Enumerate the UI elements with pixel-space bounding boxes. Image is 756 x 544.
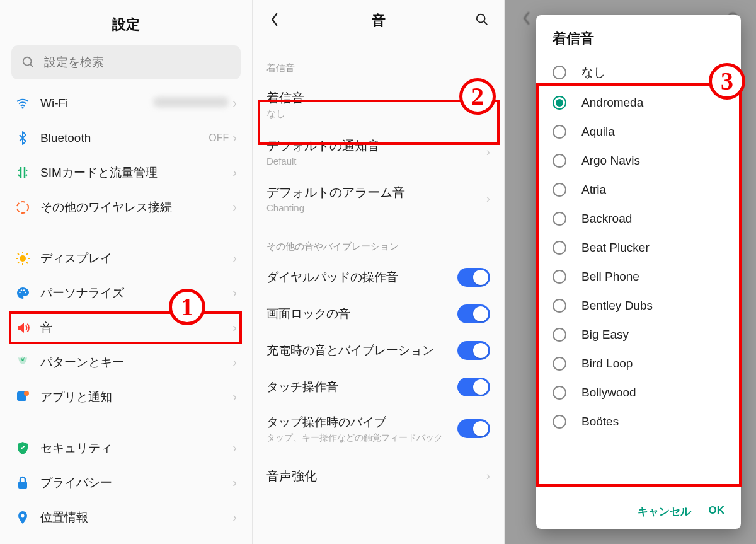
settings-item-personalize[interactable]: パーソナライズ› (0, 275, 252, 310)
ringtone-option[interactable]: Atria (536, 175, 741, 204)
option-label: Aquila (581, 125, 615, 139)
settings-item-location[interactable]: 位置情報› (0, 500, 252, 535)
item-label: パターンとキー (40, 354, 232, 371)
settings-item-security[interactable]: セキュリティ› (0, 431, 252, 465)
sound-row-0[interactable]: 着信音 なし › (253, 81, 504, 129)
ok-button[interactable]: OK (709, 504, 725, 519)
option-label: Beat Plucker (581, 241, 650, 255)
ringtone-option[interactable]: Argo Navis (536, 146, 741, 175)
item-label: セキュリティ (40, 440, 232, 456)
wireless-icon (15, 200, 40, 215)
toggle-row-0: ダイヤルパッドの操作音 (253, 259, 504, 296)
option-label: なし (581, 64, 605, 81)
toggle-switch[interactable] (457, 341, 490, 360)
option-label: Bird Loop (581, 357, 633, 371)
ringtone-option[interactable]: Andromeda (536, 88, 741, 117)
toggle-row-3: タッチ操作音 (253, 369, 504, 405)
settings-item-wireless[interactable]: その他のワイヤレス接続› (0, 190, 252, 224)
item-label: その他のワイヤレス接続 (40, 199, 229, 216)
option-label: Argo Navis (581, 154, 640, 168)
toggle-title: ダイヤルパッドの操作音 (266, 269, 450, 286)
sound-row-1[interactable]: デフォルトの通知音 Default › (253, 129, 504, 175)
toggle-row-4: タップ操作時のバイブタップ、キー操作などの触覚フィードバック (253, 405, 504, 453)
radio-icon (553, 154, 566, 168)
ringtone-option[interactable]: Boötes (536, 407, 741, 436)
toggle-switch[interactable] (457, 378, 490, 396)
row-subtitle: Default (266, 156, 490, 166)
ringtone-option[interactable]: Aquila (536, 117, 741, 146)
row-title: デフォルトの通知音 (266, 137, 490, 154)
section-header-ringtone: 着信音 (253, 43, 504, 81)
radio-icon (553, 328, 566, 342)
chevron-left-icon (270, 13, 279, 26)
item-label: Bluetooth (40, 131, 209, 145)
location-icon (15, 510, 40, 525)
settings-item-privacy[interactable]: プライバシー› (0, 465, 252, 500)
settings-item-pattern[interactable]: パターンとキー› (0, 345, 252, 379)
row-subtitle: Chanting (266, 202, 490, 213)
ringtone-option[interactable]: なし (536, 57, 741, 88)
chevron-right-icon: › (232, 200, 237, 214)
ringtone-option[interactable]: Big Easy (536, 320, 741, 349)
chevron-right-icon: › (232, 96, 237, 110)
ringtone-option[interactable]: Bentley Dubs (536, 291, 741, 320)
search-input[interactable]: 設定を検索 (11, 45, 241, 79)
toggle-title: タップ操作時のバイブ (266, 414, 450, 431)
ringtone-option[interactable]: Beat Plucker (536, 233, 741, 262)
ringtone-option[interactable]: Bollywood (536, 378, 741, 407)
settings-item-sound[interactable]: 音› (0, 310, 252, 345)
pattern-icon (15, 355, 40, 370)
svg-point-15 (23, 289, 25, 291)
row-title: デフォルトのアラーム音 (266, 184, 490, 201)
option-label: Andromeda (581, 96, 643, 110)
item-label: パーソナライズ (40, 285, 232, 301)
svg-line-12 (18, 262, 19, 263)
cancel-button[interactable]: キャンセル (638, 504, 691, 519)
ringtone-option-list: なし Andromeda Aquila Argo Navis Atria Bac… (536, 57, 741, 497)
toggle-switch[interactable] (457, 268, 490, 287)
radio-icon (553, 270, 566, 284)
option-label: Atria (581, 183, 606, 197)
svg-point-14 (21, 289, 23, 291)
ringtone-dialog-panel: 着信音 なし Andromeda Aquila Argo Navis Atria… (504, 0, 756, 544)
svg-point-16 (25, 291, 26, 293)
search-placeholder: 設定を検索 (44, 54, 104, 71)
radio-icon (553, 96, 566, 110)
row-voice-enhance[interactable]: 音声強化 › (253, 459, 504, 494)
sim-icon (15, 165, 40, 180)
settings-item-wifi[interactable]: Wi-Fi› (0, 86, 252, 120)
search-button[interactable] (472, 13, 491, 29)
sound-icon (15, 320, 40, 335)
settings-item-bluetooth[interactable]: BluetoothOFF› (0, 120, 252, 155)
svg-rect-19 (18, 482, 27, 489)
toggle-switch[interactable] (457, 419, 490, 438)
radio-icon (553, 241, 566, 255)
item-label: プライバシー (40, 475, 232, 491)
svg-point-0 (23, 57, 32, 66)
svg-line-22 (484, 21, 488, 25)
chevron-right-icon: › (232, 165, 237, 180)
ringtone-option[interactable]: Bell Phone (536, 262, 741, 291)
radio-icon (553, 183, 566, 197)
option-label: Backroad (581, 212, 632, 226)
svg-point-3 (17, 202, 28, 213)
personalize-icon (15, 286, 40, 301)
chevron-right-icon: › (232, 441, 237, 455)
ringtone-option[interactable]: Bird Loop (536, 349, 741, 378)
chevron-right-icon: › (232, 320, 237, 335)
svg-point-2 (21, 107, 23, 108)
radio-icon (553, 66, 566, 79)
chevron-right-icon: › (232, 286, 237, 300)
settings-item-sim[interactable]: SIMカードと流量管理› (0, 155, 252, 190)
settings-item-display[interactable]: ディスプレイ› (0, 241, 252, 275)
settings-item-apps[interactable]: アプリと通知› (0, 379, 252, 414)
toggle-switch[interactable] (457, 304, 490, 323)
sound-row-2[interactable]: デフォルトのアラーム音 Chanting › (253, 175, 504, 222)
radio-icon (553, 125, 566, 139)
ringtone-option[interactable]: Backroad (536, 204, 741, 233)
item-label: ディスプレイ (40, 250, 232, 267)
row-title: 着信音 (266, 90, 490, 107)
back-button[interactable] (265, 13, 284, 29)
search-icon (21, 55, 35, 69)
chevron-right-icon: › (232, 130, 237, 145)
